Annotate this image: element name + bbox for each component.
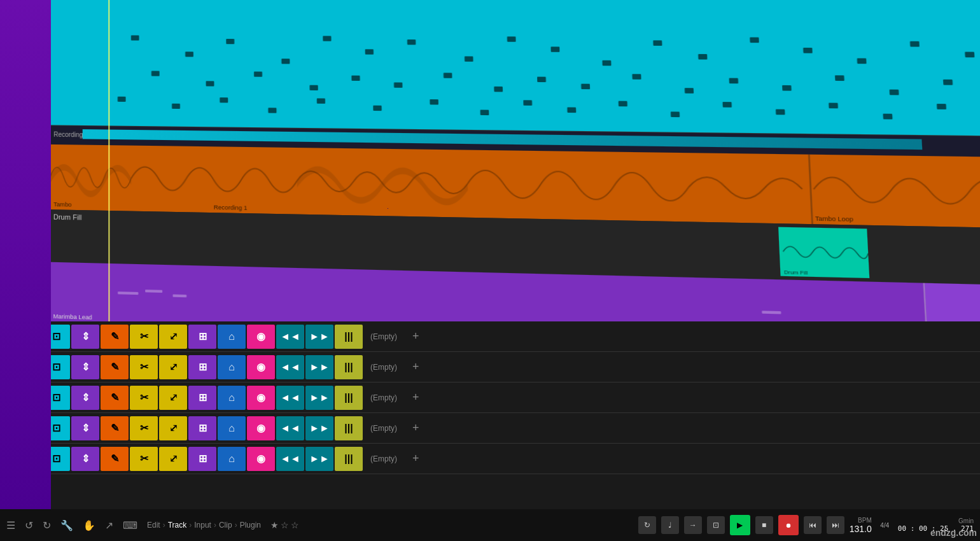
svg-rect-28: [537, 77, 546, 83]
grid-btn-4[interactable]: ⊞: [188, 416, 216, 440]
grid-btn-1[interactable]: ⊞: [188, 325, 216, 349]
toolbar-section: Views ▶ ⊡ ⇕ ✎ ✂ ⤢ ⊞ ⌂ ◉ ◄◄ ►► ||| (Empty…: [0, 321, 980, 509]
pencil-btn-4[interactable]: ✎: [101, 416, 129, 440]
svg-rect-23: [310, 85, 318, 90]
breadcrumb-input[interactable]: Input: [194, 521, 211, 530]
eye-btn-4[interactable]: ◉: [247, 416, 275, 440]
toolbar-row-3: Views ▶ ⊡ ⇕ ✎ ✂ ⤢ ⊞ ⌂ ◉ ◄◄ ►► ||| (Empty…: [0, 383, 980, 413]
svg-rect-38: [118, 97, 126, 102]
redo-icon[interactable]: ↻: [43, 519, 51, 531]
fastfwd-btn-4[interactable]: ►►: [305, 416, 333, 440]
share-icon[interactable]: ↗: [105, 519, 113, 531]
eye-btn-1[interactable]: ◉: [247, 325, 275, 349]
snap-btn[interactable]: ⊡: [707, 516, 725, 534]
eye-btn-5[interactable]: ◉: [247, 447, 275, 471]
svg-rect-5: [323, 36, 331, 41]
svg-rect-54: [937, 104, 946, 109]
play-button[interactable]: ▶: [730, 515, 750, 535]
stop-btn[interactable]: ■: [755, 516, 773, 534]
add-btn-4[interactable]: +: [410, 421, 422, 435]
waveform-btn-2[interactable]: |||: [335, 355, 363, 379]
bpm-value[interactable]: 131.0: [850, 524, 872, 534]
svg-text:Tambo: Tambo: [53, 201, 72, 208]
skip-back-btn[interactable]: ⏮: [804, 516, 822, 534]
svg-rect-1: [131, 35, 139, 40]
svg-rect-32: [729, 78, 739, 84]
metronome-btn[interactable]: ♩: [661, 516, 679, 534]
time-sig-display: 4/4: [877, 522, 893, 529]
add-btn-3[interactable]: +: [410, 391, 422, 404]
hand-icon[interactable]: ✋: [83, 519, 95, 531]
rewind-btn-3[interactable]: ◄◄: [276, 386, 304, 410]
expand-btn-4[interactable]: ⤢: [159, 416, 187, 440]
bookmark-btn-1[interactable]: ⌂: [218, 325, 246, 349]
scissors-btn-5[interactable]: ✂: [130, 447, 158, 471]
undo-icon[interactable]: ↺: [25, 519, 33, 531]
mixer-btn-4[interactable]: ⇕: [71, 416, 99, 440]
pencil-btn-2[interactable]: ✎: [101, 355, 129, 379]
waveform-btn-1[interactable]: |||: [335, 325, 363, 349]
skip-fwd-btn[interactable]: ⏭: [827, 516, 844, 534]
waveform-btn-4[interactable]: |||: [335, 416, 363, 440]
rewind-btn-1[interactable]: ◄◄: [276, 325, 304, 349]
add-btn-1[interactable]: +: [410, 330, 422, 343]
scissors-btn-4[interactable]: ✂: [130, 416, 158, 440]
keyboard-icon[interactable]: ⌨: [123, 519, 137, 531]
hamburger-icon[interactable]: ☰: [6, 519, 15, 531]
grid-btn-5[interactable]: ⊞: [188, 447, 216, 471]
scissors-btn-1[interactable]: ✂: [130, 325, 158, 349]
expand-btn-1[interactable]: ⤢: [159, 325, 187, 349]
expand-btn-5[interactable]: ⤢: [159, 447, 187, 471]
scissors-btn-3[interactable]: ✂: [130, 386, 158, 410]
star-empty-icon[interactable]: ☆: [281, 520, 289, 530]
add-btn-2[interactable]: +: [410, 360, 422, 374]
add-btn-5[interactable]: +: [410, 452, 422, 465]
fastfwd-btn-1[interactable]: ►►: [305, 325, 333, 349]
rewind-btn-5[interactable]: ◄◄: [276, 447, 304, 471]
star-filled-icon[interactable]: ★: [270, 520, 279, 530]
svg-rect-2: [185, 52, 193, 57]
grid-btn-3[interactable]: ⊞: [188, 386, 216, 410]
eye-btn-3[interactable]: ◉: [247, 386, 275, 410]
recording-label: Recording: [53, 131, 83, 139]
mixer-btn-3[interactable]: ⇕: [71, 386, 99, 410]
mixer-btn-2[interactable]: ⇕: [71, 355, 99, 379]
toolbar-row-4: Views ▶ ⊡ ⇕ ✎ ✂ ⤢ ⊞ ⌂ ◉ ◄◄ ►► ||| (Empty…: [0, 413, 980, 444]
fastfwd-btn-3[interactable]: ►►: [305, 386, 333, 410]
pencil-btn-5[interactable]: ✎: [101, 447, 129, 471]
record-button[interactable]: ⏺: [778, 515, 799, 535]
tools-icon[interactable]: 🔧: [60, 519, 73, 531]
playhead: [108, 0, 109, 327]
svg-rect-20: [151, 71, 160, 76]
fastfwd-btn-2[interactable]: ►►: [305, 355, 333, 379]
bookmark-btn-2[interactable]: ⌂: [218, 355, 246, 379]
svg-rect-25: [394, 82, 403, 87]
grid-btn-2[interactable]: ⊞: [188, 355, 216, 379]
bookmark-btn-3[interactable]: ⌂: [218, 386, 246, 410]
waveform-btn-3[interactable]: |||: [335, 386, 363, 410]
svg-text:Tambo Loop: Tambo Loop: [815, 215, 853, 223]
svg-rect-51: [776, 109, 785, 115]
star-empty-icon-2[interactable]: ☆: [291, 520, 299, 530]
expand-btn-3[interactable]: ⤢: [159, 386, 187, 410]
rewind-btn-4[interactable]: ◄◄: [276, 416, 304, 440]
breadcrumb-edit[interactable]: Edit: [147, 521, 160, 530]
fastfwd-btn-5[interactable]: ►►: [305, 447, 333, 471]
bookmark-btn-4[interactable]: ⌂: [218, 416, 246, 440]
mixer-btn-5[interactable]: ⇕: [71, 447, 99, 471]
eye-btn-2[interactable]: ◉: [247, 355, 275, 379]
rewind-btn-2[interactable]: ◄◄: [276, 355, 304, 379]
pencil-btn-1[interactable]: ✎: [101, 325, 129, 349]
loop-btn[interactable]: ↻: [638, 516, 656, 534]
scissors-btn-2[interactable]: ✂: [130, 355, 158, 379]
breadcrumb-clip[interactable]: Clip: [219, 521, 232, 530]
mixer-btn-1[interactable]: ⇕: [71, 325, 99, 349]
svg-rect-3: [226, 39, 234, 44]
count-in-btn[interactable]: →: [684, 516, 702, 534]
expand-btn-2[interactable]: ⤢: [159, 355, 187, 379]
waveform-btn-5[interactable]: |||: [335, 447, 363, 471]
pencil-btn-3[interactable]: ✎: [101, 386, 129, 410]
breadcrumb-track[interactable]: Track: [168, 521, 187, 530]
bookmark-btn-5[interactable]: ⌂: [218, 447, 246, 471]
breadcrumb-plugin[interactable]: Plugin: [240, 521, 261, 530]
